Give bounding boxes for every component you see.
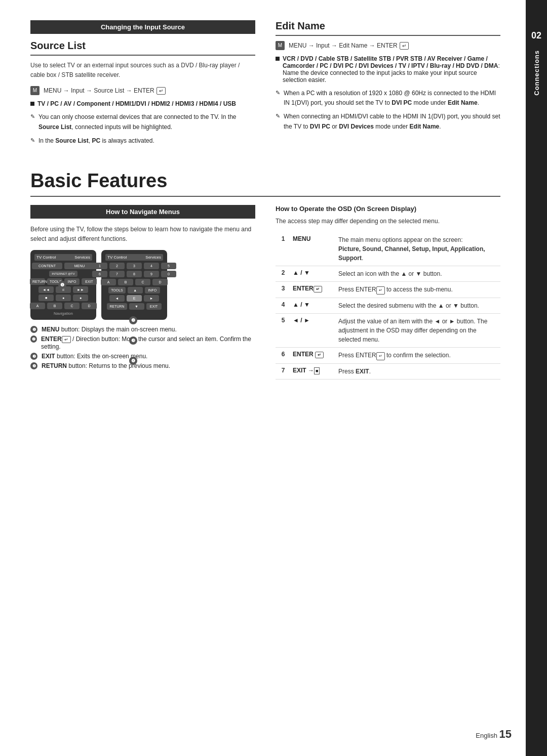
circle-4: ❹	[30, 362, 37, 369]
menu-icon: M	[30, 86, 40, 95]
ffwd-btn[interactable]: ►►	[73, 286, 88, 293]
edit-note-2: When connecting an HDMI/DVI cable to the…	[276, 112, 500, 131]
num2-btn[interactable]: 2	[109, 263, 125, 269]
navigation-label: Navigation	[34, 311, 92, 316]
info2-btn[interactable]: INFO	[145, 287, 160, 293]
remote-row-6: A B C D	[34, 303, 92, 309]
num8-btn[interactable]: 8	[127, 271, 142, 277]
exit2-btn[interactable]: EXIT	[146, 303, 162, 310]
circle-1: ❶	[30, 326, 37, 333]
step-row-5: 5 ◄ / ► Adjust the value of an item with…	[276, 314, 500, 348]
bottom-note-4: ❹ RETURN button: Returns to the previous…	[30, 362, 255, 369]
osd-section: How to Operate the OSD (On Screen Displa…	[276, 205, 500, 380]
step-row-7: 7 EXIT →■ Press EXIT.	[276, 364, 500, 380]
navigate-menus-section: How to Navigate Menus Before using the T…	[30, 205, 255, 380]
info-btn[interactable]: INFO	[64, 278, 80, 285]
down-btn[interactable]: ▼	[129, 303, 144, 310]
note-text-2: ENTER↵ / Direction button: Move the curs…	[41, 335, 255, 350]
exit-btn[interactable]: EXIT	[82, 278, 97, 285]
callout-4: ❹	[129, 356, 137, 365]
num1-btn[interactable]: 1	[92, 263, 107, 269]
edit-name-title: Edit Name	[276, 20, 500, 36]
note-item-1: You can only choose external devices tha…	[30, 112, 255, 132]
num5-btn[interactable]: 5	[161, 263, 176, 269]
note-text-4: RETURN button: Returns to the previous m…	[42, 362, 170, 369]
c-btn[interactable]: C	[64, 303, 80, 309]
remote-row-2: INTERNET @TV	[34, 271, 92, 277]
a-btn[interactable]: A	[30, 303, 45, 309]
remote-right: TV ControlServices 1 2 3 4 5 6	[101, 250, 167, 320]
rd-btn[interactable]: D	[152, 279, 168, 285]
step-key-4: ▲ / ▼	[291, 298, 336, 314]
step-row-3: 3 ENTER↵ Press ENTER↵ to access the sub-…	[276, 282, 500, 298]
tools2-btn[interactable]: TOOLS	[108, 287, 126, 293]
callout-3: ❸	[129, 336, 137, 345]
bottom-note-2: ❷ ENTER↵ / Direction button: Move the cu…	[30, 335, 255, 350]
step-desc-5: Adjust the value of an item with the ◄ o…	[336, 314, 500, 348]
b-btn[interactable]: B	[47, 303, 62, 309]
num7-btn[interactable]: 7	[109, 271, 125, 277]
steps-table: 1 MENU The main menu options appear on t…	[276, 232, 500, 380]
step-key-7: EXIT →■	[291, 364, 336, 380]
page-footer: English 15	[476, 728, 512, 741]
menu-btn[interactable]: MENU	[64, 263, 95, 269]
num6-btn[interactable]: 6	[92, 271, 107, 277]
rec-btn[interactable]: ●	[56, 295, 71, 301]
rewind-btn[interactable]: ◄◄	[38, 286, 54, 293]
step-num-3: 3	[276, 282, 291, 298]
edit-note-1: When a PC with a resolution of 1920 x 10…	[276, 89, 500, 108]
content-btn[interactable]: CONTENT	[32, 263, 62, 269]
rc-btn[interactable]: C	[135, 279, 150, 285]
remote-label-2: TV ControlServices	[105, 254, 163, 261]
step-row-6: 6 ENTER ↵ Press ENTER↵ to confirm the se…	[276, 348, 500, 364]
step-num-6: 6	[276, 348, 291, 364]
num3-btn[interactable]: 3	[127, 263, 142, 269]
features-columns: How to Navigate Menus Before using the T…	[30, 205, 500, 380]
internet-btn[interactable]: INTERNET @TV	[49, 271, 77, 277]
bullet-items-list: TV / PC / AV / Component / HDMI1/DVI / H…	[30, 100, 255, 107]
num4-btn[interactable]: 4	[144, 263, 159, 269]
right-sidebar: 02 Connections	[526, 0, 547, 756]
step-desc-4: Select the desired submenu with the ▲ or…	[336, 298, 500, 314]
step-key-3: ENTER↵	[291, 282, 336, 298]
callout-1: ❶	[58, 280, 66, 289]
return2-btn[interactable]: RETURN	[107, 303, 127, 310]
page-number: 15	[499, 728, 512, 740]
step-num-2: 2	[276, 266, 291, 282]
step-key-6: ENTER ↵	[291, 348, 336, 364]
rec2-btn[interactable]: ●	[73, 295, 88, 301]
step-num-7: 7	[276, 364, 291, 380]
d-btn[interactable]: D	[82, 303, 97, 309]
basic-features-title: Basic Features	[30, 170, 500, 197]
remote-top-row: CONTENT MENU	[34, 263, 92, 269]
up-btn[interactable]: ▲	[128, 287, 143, 293]
right-btn[interactable]: ►	[144, 295, 159, 302]
step-row-1: 1 MENU The main menu options appear on t…	[276, 232, 500, 266]
enter-icon: ↵	[157, 87, 166, 95]
osd-desc: The access step may differ depending on …	[276, 217, 500, 226]
osd-title: How to Operate the OSD (On Screen Displa…	[276, 205, 500, 213]
num0-btn[interactable]: 0	[161, 271, 176, 277]
step-desc-2: Select an icon with the ▲ or ▼ button.	[336, 266, 500, 282]
step-key-1: MENU	[291, 232, 336, 266]
callout-2: ❷	[129, 316, 137, 324]
bullet-item-vcr: VCR / DVD / Cable STB / Satellite STB / …	[276, 55, 500, 83]
source-list-title: Source List	[30, 40, 255, 56]
stop-btn[interactable]: ■	[38, 295, 54, 301]
num9-btn[interactable]: 9	[144, 271, 159, 277]
sidebar-number: 02	[531, 30, 541, 41]
step-num-5: 5	[276, 314, 291, 348]
basic-features-section: Basic Features How to Navigate Menus Bef…	[30, 170, 500, 380]
edit-name-bullets: VCR / DVD / Cable STB / Satellite STB / …	[276, 55, 500, 83]
ra-btn[interactable]: A	[101, 279, 116, 285]
bottom-note-3: ❸ EXIT button: Exits the on-screen menu.	[30, 353, 255, 360]
return-btn[interactable]: RETURN	[30, 278, 45, 285]
enter2-btn[interactable]: E	[127, 295, 142, 302]
step-row-2: 2 ▲ / ▼ Select an icon with the ▲ or ▼ b…	[276, 266, 500, 282]
rr-row-3: A B C D	[105, 279, 163, 285]
remote-container: TV ControlServices CONTENT MENU INTERNET…	[30, 250, 255, 320]
left-btn[interactable]: ◄	[109, 295, 125, 302]
rb-btn[interactable]: B	[118, 279, 133, 285]
sidebar-label: Connections	[533, 50, 540, 96]
step-desc-7: Press EXIT.	[336, 364, 500, 380]
